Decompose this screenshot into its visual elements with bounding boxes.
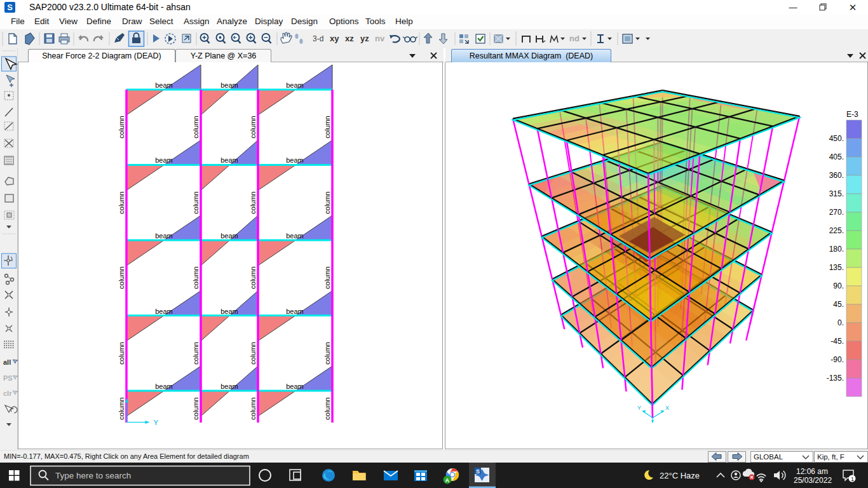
svg-text:column: column: [192, 191, 200, 214]
svg-text:135.: 135.: [829, 263, 844, 272]
svg-text:beam: beam: [286, 308, 304, 315]
svg-text:90.: 90.: [833, 281, 844, 290]
svg-text:22°C Haze: 22°C Haze: [660, 471, 700, 480]
svg-text:beam: beam: [220, 308, 238, 315]
svg-text:column: column: [118, 191, 125, 214]
svg-text:beam: beam: [220, 156, 238, 164]
svg-text:405.: 405.: [829, 152, 844, 161]
svg-text:xy: xy: [330, 34, 339, 43]
svg-text:column: column: [249, 191, 257, 214]
svg-text:column: column: [323, 342, 331, 364]
svg-text:beam: beam: [155, 232, 173, 240]
svg-text:450.: 450.: [829, 134, 844, 143]
svg-text:Type here to search: Type here to search: [55, 471, 131, 480]
svg-text:1: 1: [851, 476, 854, 482]
svg-text:column: column: [118, 342, 125, 364]
svg-text:column: column: [118, 266, 125, 288]
svg-text:270.: 270.: [829, 208, 844, 217]
svg-text:column: column: [323, 266, 331, 288]
svg-text:45.: 45.: [833, 300, 844, 309]
svg-text:PS: PS: [3, 374, 13, 382]
svg-text:S: S: [476, 468, 480, 475]
svg-text:beam: beam: [155, 156, 173, 164]
svg-text:beam: beam: [155, 308, 173, 315]
svg-text:A: A: [445, 477, 450, 484]
svg-text:nd: nd: [569, 34, 580, 43]
svg-text:beam: beam: [286, 156, 304, 164]
svg-text:315.: 315.: [829, 189, 844, 198]
svg-text:column: column: [323, 397, 331, 419]
svg-text:all: all: [3, 358, 11, 366]
svg-text:360.: 360.: [829, 171, 844, 180]
svg-text:column: column: [192, 116, 200, 138]
svg-text:beam: beam: [286, 383, 304, 390]
svg-text:beam: beam: [286, 81, 304, 89]
svg-text:180.: 180.: [829, 245, 844, 254]
svg-text:Y: Y: [154, 419, 159, 426]
svg-text:-45.: -45.: [831, 337, 844, 346]
svg-text:beam: beam: [220, 383, 238, 390]
svg-text:225.: 225.: [829, 226, 844, 235]
svg-text:X: X: [665, 405, 669, 411]
svg-text:column: column: [192, 266, 200, 288]
svg-text:-135.: -135.: [827, 374, 844, 383]
svg-text:Y: Y: [637, 405, 641, 411]
svg-text:xz: xz: [345, 34, 354, 43]
svg-text:3-d: 3-d: [313, 34, 323, 43]
svg-text:column: column: [249, 342, 257, 364]
svg-text:beam: beam: [155, 383, 173, 390]
svg-text:column: column: [323, 116, 331, 138]
svg-text:beam: beam: [155, 81, 173, 89]
svg-text:column: column: [249, 116, 257, 138]
svg-text:beam: beam: [220, 81, 238, 89]
svg-text:E-3: E-3: [846, 110, 858, 119]
svg-text:25/03/2022: 25/03/2022: [794, 476, 832, 485]
svg-text:column: column: [192, 397, 200, 419]
svg-text:column: column: [249, 266, 257, 288]
svg-text:beam: beam: [220, 232, 238, 240]
svg-text:column: column: [323, 191, 331, 214]
svg-text:column: column: [249, 397, 257, 419]
svg-text:column: column: [118, 116, 125, 138]
svg-text:0.: 0.: [837, 318, 844, 327]
svg-text:column: column: [118, 397, 125, 419]
svg-text:yz: yz: [360, 34, 369, 43]
svg-text:column: column: [192, 342, 200, 364]
svg-text:nv: nv: [375, 34, 385, 43]
svg-text:12:06 am: 12:06 am: [796, 467, 828, 476]
svg-text:beam: beam: [286, 232, 304, 240]
svg-text:-90.: -90.: [831, 355, 844, 364]
svg-text:clr: clr: [3, 390, 12, 397]
